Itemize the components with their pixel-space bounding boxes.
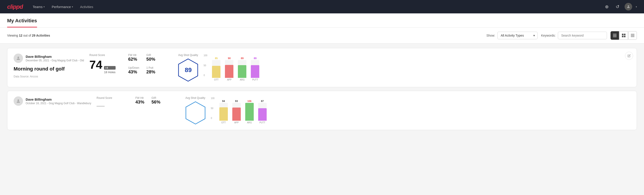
refresh-icon[interactable]: ↺ [614, 3, 621, 10]
svg-rect-10 [631, 36, 634, 36]
avatar[interactable] [624, 3, 632, 10]
svg-point-0 [628, 5, 629, 7]
up-down-label: Up/Down [128, 66, 139, 70]
user-date: December 05, 2021 - Gog Magog Golf Club … [26, 59, 84, 62]
user-name: Dave Billingham [26, 55, 84, 58]
viewing-mid: out of [22, 34, 32, 37]
bar-bg-app-2 [232, 103, 241, 121]
bar-group-arg-2: 106 ARG [244, 100, 256, 124]
nav-label-activities: Activities [80, 5, 93, 9]
bar-label-app: APP [227, 78, 232, 81]
nav-links: Teams ▾ Performance ▾ Activities [30, 3, 596, 10]
bar-label-putt-2: PUTT [260, 121, 265, 124]
nav-item-activities[interactable]: Activities [78, 3, 96, 10]
activity-left: Dave Billingham December 05, 2021 - Gog … [14, 54, 84, 78]
y-label-100: 100 [204, 54, 207, 57]
fw-hit-value: 62% [128, 57, 139, 62]
show-filter-group: Show: All Activity Types [486, 32, 538, 39]
svg-point-12 [18, 57, 19, 58]
user-info-2: Dave Billingham October 16, 2021 - Gog M… [26, 98, 91, 105]
bar-chart-section: 100 50 0 85 OTT [204, 54, 266, 81]
logo: clippd [7, 3, 23, 10]
bar-value-putt-2: 87 [261, 100, 264, 102]
list-view-button[interactable] [610, 31, 619, 40]
compact-view-button[interactable] [628, 31, 637, 40]
gir-label: GIR [146, 54, 155, 57]
hexagon-container: 89 [178, 58, 198, 82]
add-icon[interactable]: ⊕ [603, 3, 610, 10]
activity-user: Dave Billingham December 05, 2021 - Gog … [14, 54, 84, 63]
score-number: 74 [89, 59, 102, 70]
bar-bg-app [225, 60, 234, 78]
round-score-heading-2: Round Score [96, 96, 130, 100]
svg-rect-5 [624, 34, 626, 35]
bar-fill-ott-2 [219, 107, 228, 121]
user-name-2: Dave Billingham [26, 98, 91, 101]
round-score-heading: Round Score [89, 54, 123, 57]
bar-fill-arg [238, 65, 246, 78]
user-info: Dave Billingham December 05, 2021 - Gog … [26, 55, 84, 62]
keywords-filter-group: Keywords: [541, 32, 607, 39]
y-label-100-2: 100 [211, 97, 215, 100]
page-title: My Activities [7, 14, 37, 28]
bar-bg-ott-2 [219, 103, 228, 121]
one-putt-stat: 1 Putt 28% [146, 66, 155, 74]
viewing-suffix: Activities [36, 34, 50, 37]
bar-value-arg-2: 106 [248, 100, 252, 102]
navbar: clippd Teams ▾ Performance ▾ Activities … [0, 0, 644, 14]
activity-card-2: Dave Billingham October 16, 2021 - Gog M… [7, 91, 637, 130]
activity-card: Dave Billingham December 05, 2021 - Gog … [7, 48, 637, 87]
quality-left-2: Avg Shot Quality [186, 96, 206, 124]
up-down-value: 43% [128, 70, 139, 74]
hexagon-number: 89 [185, 66, 192, 74]
gir-stat: GIR 50% [146, 54, 155, 62]
svg-rect-7 [624, 36, 626, 37]
fw-hit-value-2: 43% [136, 100, 144, 105]
bar-bg-putt [251, 60, 259, 78]
score-number-2: — [96, 102, 105, 110]
svg-rect-6 [622, 36, 624, 37]
bars-container-2: 94 OTT 93 APP [218, 97, 268, 124]
svg-rect-1 [613, 34, 616, 34]
shot-col-left-2: FW Hit 43% [136, 96, 144, 105]
view-buttons [610, 31, 637, 40]
chevron-icon-avatar: ▾ [636, 6, 637, 8]
bar-bg-arg [238, 60, 246, 78]
bar-fill-putt [251, 65, 259, 78]
filter-bar: Viewing 12 out of 29 Activities Show: Al… [0, 28, 644, 44]
nav-right: ⊕ ↺ ▾ [603, 3, 637, 10]
round-score-value-2: — [96, 102, 130, 110]
chevron-icon-teams: ▾ [44, 6, 45, 8]
bar-group-arg: 89 ARG [236, 57, 248, 81]
hexagon-container-2 [186, 101, 206, 124]
svg-rect-2 [613, 35, 616, 36]
search-input[interactable] [558, 32, 607, 39]
bar-label-arg-2: ARG [247, 121, 252, 124]
activity-type-select-wrapper[interactable]: All Activity Types [498, 32, 538, 39]
nav-item-performance[interactable]: Performance ▾ [49, 3, 76, 10]
grid-view-button[interactable] [620, 31, 628, 40]
bar-value-arg: 89 [241, 57, 244, 60]
shot-stats: FW Hit 62% Up/Down 43% GIR 50% 1 Putt 28… [128, 54, 173, 74]
bar-value-ott-2: 94 [222, 100, 225, 102]
viewing-count: 12 [19, 34, 22, 37]
edit-button[interactable] [625, 52, 633, 60]
fw-hit-label: FW Hit [128, 54, 139, 57]
bar-value-putt: 89 [254, 57, 256, 60]
y-label-50-2: 50 [211, 107, 215, 110]
activity-user-2: Dave Billingham October 16, 2021 - Gog M… [14, 96, 91, 106]
user-date-2: October 16, 2021 - Gog Magog Golf Club -… [26, 102, 91, 105]
svg-rect-3 [613, 36, 616, 37]
nav-item-teams[interactable]: Teams ▾ [30, 3, 47, 10]
y-label-0: 0 [204, 74, 207, 76]
viewing-total: 29 [32, 34, 36, 37]
svg-rect-4 [622, 34, 624, 35]
bar-label-putt: PUTT [252, 78, 258, 81]
one-putt-label: 1 Putt [146, 66, 155, 70]
bar-value-ott: 85 [215, 57, 218, 60]
up-down-stat: Up/Down 43% [128, 66, 139, 74]
svg-point-14 [18, 100, 19, 101]
activity-type-select[interactable]: All Activity Types [498, 32, 538, 39]
shot-stats-2: FW Hit 43% GIR 56% [136, 96, 180, 105]
quality-section-2: Avg Shot Quality 100 50 0 [186, 96, 630, 124]
